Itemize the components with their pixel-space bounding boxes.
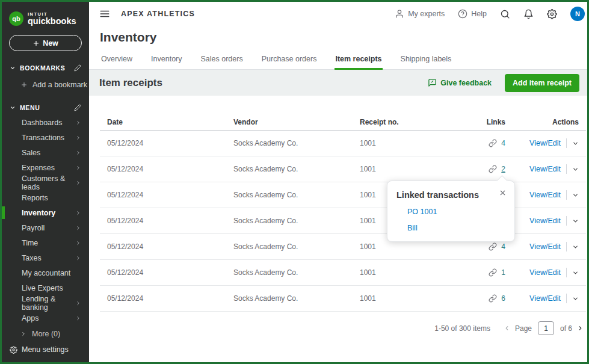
popup-link-bill[interactable]: Bill <box>407 224 505 232</box>
cell-receipt-no: 1001 <box>360 294 433 303</box>
actions-divider <box>566 294 567 303</box>
row-actions-chevron-down-icon[interactable] <box>572 270 579 276</box>
view-edit-link[interactable]: View/Edit <box>529 191 561 199</box>
sidebar-item[interactable]: Apps <box>2 310 89 325</box>
links-count[interactable]: 6 <box>501 294 505 303</box>
row-actions-chevron-down-icon[interactable] <box>572 218 579 224</box>
view-edit-link[interactable]: View/Edit <box>529 165 561 173</box>
popup-link-po[interactable]: PO 1001 <box>407 208 505 216</box>
cell-links[interactable]: 1 <box>489 268 505 277</box>
give-feedback-button[interactable]: Give feedback <box>428 78 492 87</box>
chevron-right-icon <box>75 300 81 306</box>
plus-icon <box>20 81 28 88</box>
column-header-actions: Actions <box>552 118 579 126</box>
add-bookmark-button[interactable]: Add a bookmark <box>2 79 89 91</box>
feedback-icon <box>428 78 437 87</box>
plus-icon <box>32 40 40 47</box>
new-button-label: New <box>43 39 58 48</box>
chevron-right-icon <box>75 150 81 156</box>
tab[interactable]: Overview <box>100 52 133 70</box>
row-actions-chevron-down-icon[interactable] <box>572 192 579 199</box>
cell-actions: View/Edit <box>529 216 579 226</box>
cell-vendor: Socks Academy Co. <box>233 217 360 225</box>
cell-vendor: Socks Academy Co. <box>233 294 360 303</box>
quickbooks-logo[interactable]: qb INTUIT quickbooks <box>2 9 89 28</box>
row-actions-chevron-down-icon[interactable] <box>572 166 579 173</box>
menu-header[interactable]: MENU <box>2 102 89 113</box>
edit-bookmarks-icon[interactable] <box>74 64 81 72</box>
chevron-right-icon <box>75 120 81 126</box>
tab[interactable]: Purchase orders <box>261 52 318 70</box>
links-count[interactable]: 2 <box>501 165 505 173</box>
links-count[interactable]: 1 <box>501 268 505 277</box>
my-experts-button[interactable]: My experts <box>395 9 445 19</box>
row-actions-chevron-down-icon[interactable] <box>572 244 579 250</box>
chevron-right-icon <box>75 225 81 231</box>
hamburger-menu-icon[interactable] <box>99 8 110 19</box>
pagination-page-label: Page <box>515 324 532 333</box>
close-icon[interactable] <box>499 189 507 197</box>
search-icon[interactable] <box>500 9 510 19</box>
cell-actions: View/Edit <box>529 164 579 174</box>
cell-vendor: Socks Academy Co. <box>233 139 360 147</box>
chevron-down-icon <box>10 65 16 71</box>
table-header-row: Date Vendor Receipt no. Links Actions <box>100 114 586 131</box>
sidebar-item[interactable]: Lending & banking <box>2 295 89 310</box>
user-avatar[interactable]: N <box>570 7 585 21</box>
sidebar-item[interactable]: My accountant <box>2 265 89 280</box>
settings-gear-icon[interactable] <box>547 9 557 19</box>
sidebar-item-label: Inventory <box>22 209 75 217</box>
view-edit-link[interactable]: View/Edit <box>529 268 561 277</box>
sidebar-item[interactable]: Sales <box>2 145 89 160</box>
cell-date: 05/12/2024 <box>107 165 233 173</box>
pagination-summary: 1-50 of 300 items <box>434 324 490 333</box>
cell-links[interactable]: 2 <box>489 165 505 173</box>
sidebar-item[interactable]: Customers & leads <box>2 175 89 190</box>
cell-links[interactable]: 6 <box>489 294 505 303</box>
view-edit-link[interactable]: View/Edit <box>529 139 561 147</box>
column-header-links: Links <box>487 118 505 126</box>
page-number-input[interactable] <box>538 321 554 335</box>
cell-date: 05/12/2024 <box>107 139 233 147</box>
actions-divider <box>566 190 567 200</box>
sidebar-item[interactable]: Reports <box>2 190 89 205</box>
menu-settings-button[interactable]: Menu settings <box>2 342 89 357</box>
view-edit-link[interactable]: View/Edit <box>529 217 561 225</box>
tab[interactable]: Shipping labels <box>400 52 452 70</box>
cell-receipt-no: 1001 <box>360 139 433 147</box>
row-actions-chevron-down-icon[interactable] <box>572 295 579 302</box>
topbar: APEX ATHLETICS My experts Help N <box>89 2 589 26</box>
cell-links[interactable]: 4 <box>489 139 505 147</box>
bookmarks-header[interactable]: BOOKMARKS <box>2 63 89 73</box>
menu-label: MENU <box>20 104 70 111</box>
help-button[interactable]: Help <box>458 9 487 19</box>
edit-menu-icon[interactable] <box>74 104 81 111</box>
links-count[interactable]: 4 <box>501 139 505 147</box>
sidebar-item[interactable]: Payroll <box>2 220 89 235</box>
chevron-right-icon <box>20 331 26 337</box>
tab[interactable]: Sales orders <box>200 52 244 70</box>
row-actions-chevron-down-icon[interactable] <box>572 140 579 147</box>
tab[interactable]: Item receipts <box>335 52 382 70</box>
sidebar-item[interactable]: Transactions <box>2 130 89 145</box>
sidebar-item[interactable]: Inventory <box>2 205 89 220</box>
section-title: Item receipts <box>99 77 162 89</box>
next-page-icon[interactable] <box>577 325 584 332</box>
sidebar-item[interactable]: Time <box>2 235 89 250</box>
sidebar-item[interactable]: Live Experts <box>2 280 89 295</box>
chevron-right-icon <box>75 180 81 186</box>
add-item-receipt-button[interactable]: Add item receipt <box>505 74 579 92</box>
view-edit-link[interactable]: View/Edit <box>529 294 561 303</box>
new-button[interactable]: New <box>9 35 82 51</box>
table-row: 05/12/2024 Socks Academy Co. 1001 2 View… <box>100 156 586 182</box>
cell-links[interactable]: 4 <box>489 242 505 251</box>
sidebar-item[interactable]: Expenses <box>2 160 89 175</box>
notifications-bell-icon[interactable] <box>523 9 534 19</box>
links-count[interactable]: 4 <box>501 242 505 251</box>
sidebar-item[interactable]: Taxes <box>2 250 89 265</box>
sidebar-more[interactable]: More (0) <box>2 326 89 341</box>
sidebar-item[interactable]: Dashboards <box>2 115 89 130</box>
previous-page-icon[interactable] <box>504 325 510 332</box>
tab[interactable]: Inventory <box>150 52 182 70</box>
view-edit-link[interactable]: View/Edit <box>529 242 561 251</box>
